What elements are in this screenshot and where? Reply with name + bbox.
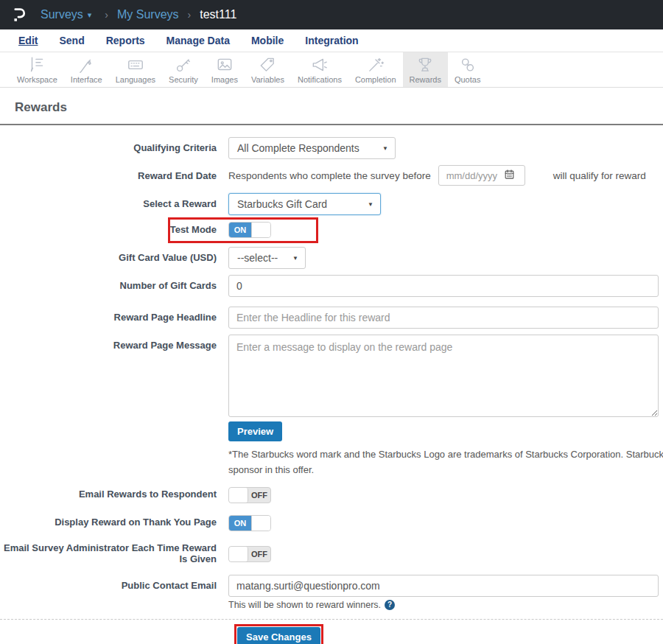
toggle-state-label: OFF xyxy=(248,488,270,503)
starbucks-disclaimer-row: *The Starbucks word mark and the Starbuc… xyxy=(0,449,663,477)
test-mode-row: Test Mode ON xyxy=(0,222,663,238)
toolbar-item-rewards[interactable]: Rewards xyxy=(403,52,448,87)
caret-down-icon[interactable]: ▾ xyxy=(88,10,92,20)
gift-card-value-row: Gift Card Value (USD) --select-- ▼ xyxy=(0,247,663,269)
toolbar-item-workspace[interactable]: Workspace xyxy=(10,52,64,87)
end-date-suffix-text: will qualify for reward xyxy=(553,170,646,181)
number-of-gift-cards-row: Number of Gift Cards xyxy=(0,275,663,297)
key-icon xyxy=(174,55,193,74)
toggle-state-label: ON xyxy=(229,516,251,531)
toggle-knob xyxy=(251,516,270,531)
select-reward-select[interactable]: Starbucks Gift Card ▼ xyxy=(228,193,381,215)
top-navigation-bar: Surveys ▾ › My Surveys › test111 xyxy=(0,0,663,29)
save-row: Save Changes xyxy=(0,624,663,644)
email-rewards-label: Email Rewards to Respondent xyxy=(0,489,228,500)
image-icon xyxy=(215,55,234,74)
tab-reports[interactable]: Reports xyxy=(106,35,145,46)
toggle-state-label: OFF xyxy=(248,547,270,561)
toolbar-item-variables[interactable]: Variables xyxy=(245,52,291,87)
breadcrumb-current-survey: test111 xyxy=(200,8,236,21)
trophy-icon xyxy=(415,55,435,74)
display-reward-row: Display Reward on Thank You Page ON xyxy=(0,515,663,531)
tab-mobile[interactable]: Mobile xyxy=(251,35,284,46)
toggle-knob xyxy=(229,488,248,503)
page-title: Rewards xyxy=(15,100,663,115)
red-highlight-annotation: Save Changes xyxy=(234,624,323,644)
caret-down-icon: ▼ xyxy=(292,255,298,262)
preview-row: Preview xyxy=(0,421,663,441)
calendar-icon[interactable] xyxy=(504,169,515,183)
end-date-input[interactable] xyxy=(445,169,499,182)
number-of-gift-cards-input[interactable] xyxy=(228,275,659,297)
qualifying-criteria-label: Qualifying Criteria xyxy=(0,137,228,154)
reward-page-message-textarea[interactable] xyxy=(228,335,659,417)
public-contact-email-row: Public Contact Email This will be shown … xyxy=(0,575,663,610)
preview-button[interactable]: Preview xyxy=(228,421,282,441)
toggle-knob xyxy=(229,547,248,561)
breadcrumb-my-surveys[interactable]: My Surveys xyxy=(117,8,179,21)
toolbar-item-images[interactable]: Images xyxy=(205,52,245,87)
caret-down-icon: ▼ xyxy=(382,145,388,152)
toolbar-label: Security xyxy=(169,75,198,84)
megaphone-icon xyxy=(310,55,329,74)
email-rewards-toggle[interactable]: OFF xyxy=(228,487,271,503)
questionpro-logo-icon[interactable] xyxy=(10,5,29,25)
pencil-list-icon xyxy=(27,55,46,74)
chain-icon xyxy=(458,55,477,74)
toolbar-label: Images xyxy=(211,75,238,84)
toggle-knob xyxy=(251,223,270,237)
magic-wand-icon xyxy=(366,55,385,74)
reward-end-date-row: Reward End Date Respondents who complete… xyxy=(0,165,663,186)
toolbar-label: Rewards xyxy=(410,75,441,84)
toolbar-item-security[interactable]: Security xyxy=(162,52,205,87)
test-mode-toggle[interactable]: ON xyxy=(228,222,271,238)
breadcrumb-surveys[interactable]: Surveys xyxy=(41,8,83,21)
breadcrumb-separator-icon: › xyxy=(188,9,192,21)
public-contact-email-input[interactable] xyxy=(228,575,659,597)
toolbar-item-quotas[interactable]: Quotas xyxy=(448,52,487,87)
toolbar-item-languages[interactable]: Languages xyxy=(109,52,162,87)
toolbar-label: Interface xyxy=(71,75,102,84)
reward-page-headline-label: Reward Page Headline xyxy=(0,307,228,323)
pen-icon xyxy=(77,55,96,74)
email-admin-row: Email Survey Administrator Each Time Rew… xyxy=(0,543,663,565)
qualifying-criteria-select[interactable]: All Complete Respondents ▼ xyxy=(228,137,396,159)
footer-divider xyxy=(0,619,663,620)
toolbar-label: Quotas xyxy=(455,75,480,84)
gift-card-value-label: Gift Card Value (USD) xyxy=(0,247,228,264)
reward-page-headline-row: Reward Page Headline xyxy=(0,307,663,329)
tab-manage-data[interactable]: Manage Data xyxy=(166,35,230,46)
toolbar-item-interface[interactable]: Interface xyxy=(64,52,109,87)
save-changes-button[interactable]: Save Changes xyxy=(237,627,320,644)
selected-value: All Complete Respondents xyxy=(237,142,359,154)
email-admin-toggle[interactable]: OFF xyxy=(228,546,271,562)
email-admin-label: Email Survey Administrator Each Time Rew… xyxy=(0,543,228,565)
end-date-field[interactable] xyxy=(438,165,525,186)
select-reward-row: Select a Reward Starbucks Gift Card ▼ xyxy=(0,193,663,215)
tag-icon xyxy=(258,55,277,74)
reward-page-headline-input[interactable] xyxy=(228,307,659,329)
edit-section-toolbar: Workspace Interface Languages Security I… xyxy=(0,52,663,88)
tab-edit[interactable]: Edit xyxy=(18,35,38,46)
select-reward-label: Select a Reward xyxy=(0,193,228,210)
test-mode-label: Test Mode xyxy=(0,225,228,236)
toolbar-label: Notifications xyxy=(298,75,342,84)
toolbar-label: Completion xyxy=(355,75,396,84)
toolbar-item-completion[interactable]: Completion xyxy=(348,52,403,87)
help-icon[interactable]: ? xyxy=(385,600,395,610)
tab-send[interactable]: Send xyxy=(59,35,84,46)
gift-card-value-select[interactable]: --select-- ▼ xyxy=(228,247,306,269)
main-tab-bar: Edit Send Reports Manage Data Mobile Int… xyxy=(0,29,663,52)
toolbar-label: Languages xyxy=(116,75,155,84)
breadcrumb-separator-icon: › xyxy=(105,9,108,21)
display-reward-toggle[interactable]: ON xyxy=(228,515,271,531)
qualifying-criteria-row: Qualifying Criteria All Complete Respond… xyxy=(0,137,663,159)
email-rewards-row: Email Rewards to Respondent OFF xyxy=(0,487,663,503)
tab-integration[interactable]: Integration xyxy=(305,35,358,46)
reward-page-message-label: Reward Page Message xyxy=(0,335,228,351)
end-date-prefix-text: Respondents who complete the survey befo… xyxy=(228,170,431,181)
selected-value: --select-- xyxy=(237,252,278,264)
toolbar-item-notifications[interactable]: Notifications xyxy=(291,52,348,87)
public-contact-email-label: Public Contact Email xyxy=(0,575,228,592)
toggle-state-label: ON xyxy=(229,223,251,237)
